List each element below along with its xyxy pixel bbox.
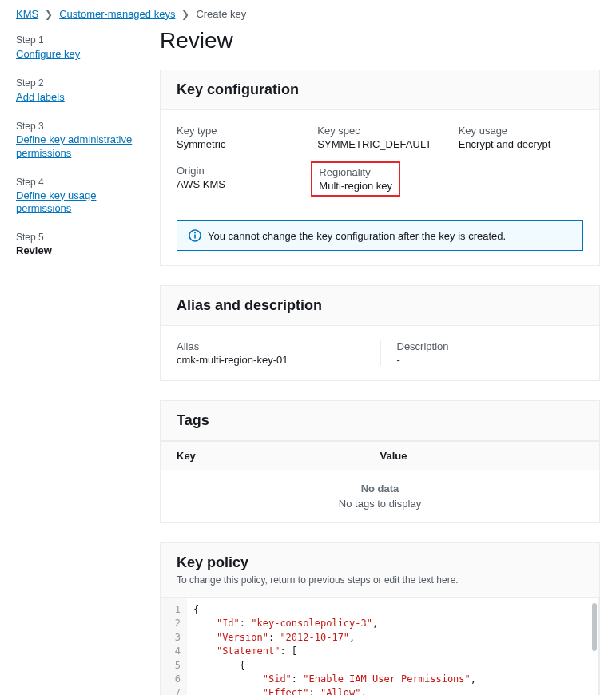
tags-empty-state: No data No tags to display (161, 470, 599, 522)
panel-heading: Tags (177, 412, 583, 429)
description-value: - (397, 354, 584, 366)
panel-heading: Alias and description (177, 297, 583, 314)
step-configure-key[interactable]: Configure key (16, 48, 80, 62)
page-title: Review (160, 28, 600, 54)
panel-heading: Key policy (177, 554, 583, 571)
step-define-admin-permissions[interactable]: Define key administrative permissions (16, 133, 136, 161)
svg-rect-2 (194, 235, 196, 239)
alias-label: Alias (177, 340, 372, 352)
tags-panel: Tags Key Value No data No tags to displa… (160, 400, 600, 523)
step-label: Step 2 (16, 77, 136, 89)
scrollbar-thumb[interactable] (592, 603, 597, 651)
breadcrumb-customer-managed-keys[interactable]: Customer-managed keys (59, 8, 175, 20)
key-spec-label: Key spec (317, 125, 442, 137)
svg-point-1 (194, 232, 196, 234)
alias-description-panel: Alias and description Alias cmk-multi-re… (160, 285, 600, 381)
info-text: You cannot change the key configuration … (208, 230, 506, 242)
key-configuration-panel: Key configuration Key type Symmetric Key… (160, 70, 600, 266)
step-review-current: Review (16, 244, 136, 256)
wizard-steps-sidebar: Step 1 Configure key Step 2 Add labels S… (16, 28, 136, 695)
alias-value: cmk-multi-region-key-01 (177, 354, 372, 366)
description-label: Description (397, 340, 584, 352)
step-label: Step 3 (16, 121, 136, 132)
origin-label: Origin (177, 165, 301, 177)
key-type-label: Key type (177, 125, 301, 137)
regionality-label: Regionality (319, 166, 392, 178)
breadcrumb-kms[interactable]: KMS (16, 8, 38, 20)
no-data-title: No data (173, 483, 586, 494)
info-icon (189, 229, 201, 242)
chevron-right-icon: ❯ (181, 9, 189, 20)
no-data-subtitle: No tags to display (173, 498, 586, 510)
breadcrumb: KMS ❯ Customer-managed keys ❯ Create key (0, 0, 616, 28)
regionality-highlight: Regionality Multi-region key (311, 161, 400, 197)
step-label: Step 1 (16, 34, 136, 46)
breadcrumb-current: Create key (196, 8, 246, 20)
tags-col-value: Value (380, 450, 584, 462)
chevron-right-icon: ❯ (45, 9, 53, 20)
policy-subtitle: To change this policy, return to previou… (177, 574, 583, 586)
code-content[interactable]: { "Id": "key-consolepolicy-3", "Version"… (187, 598, 598, 695)
panel-heading: Key configuration (177, 81, 583, 98)
key-usage-value: Encrypt and decrypt (459, 138, 583, 150)
step-label: Step 5 (16, 232, 136, 243)
key-type-value: Symmetric (177, 138, 301, 150)
key-usage-label: Key usage (459, 125, 583, 137)
policy-code-editor[interactable]: 1234567891011121314 { "Id": "key-console… (161, 598, 599, 695)
step-add-labels[interactable]: Add labels (16, 91, 65, 105)
key-policy-panel: Key policy To change this policy, return… (160, 542, 600, 695)
tags-table-header: Key Value (161, 441, 599, 470)
regionality-value: Multi-region key (319, 180, 392, 192)
origin-value: AWS KMS (177, 178, 301, 190)
step-label: Step 4 (16, 177, 136, 188)
info-alert: You cannot change the key configuration … (177, 220, 583, 251)
tags-col-key: Key (177, 450, 380, 462)
key-spec-value: SYMMETRIC_DEFAULT (317, 138, 442, 150)
step-define-usage-permissions[interactable]: Define key usage permissions (16, 189, 136, 216)
code-gutter: 1234567891011121314 (161, 598, 187, 695)
